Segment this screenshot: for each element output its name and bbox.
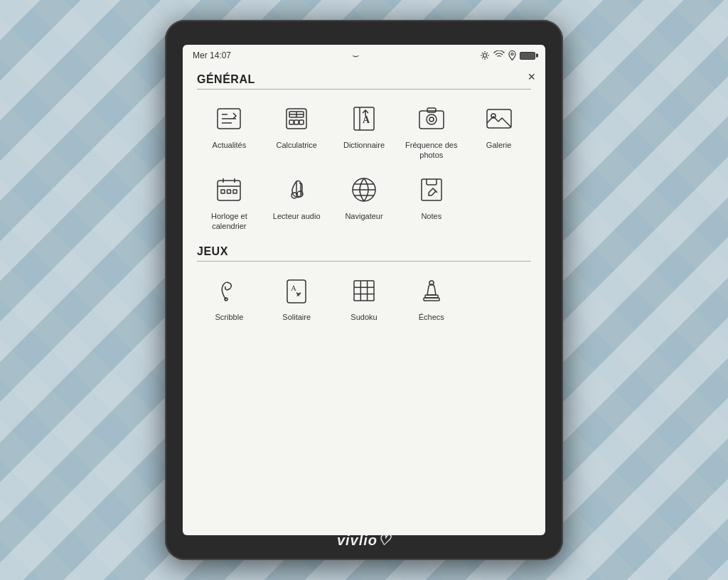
device: Mer 14:07 ⌣ (165, 20, 563, 560)
horloge-label: Horloge et calendrier (198, 211, 260, 232)
navigateur-label: Navigateur (345, 211, 382, 221)
lecteur-audio-label: Lecteur audio (273, 211, 321, 221)
games-grid: Scribble A Solitaire (197, 270, 531, 325)
actualites-label: Actualités (213, 140, 247, 150)
svg-rect-5 (289, 120, 294, 124)
app-calculatrice[interactable]: Calculatrice (264, 98, 329, 163)
scribble-icon (211, 273, 247, 308)
general-section-title: GÉNÉRAL (197, 73, 531, 86)
calculatrice-label: Calculatrice (276, 140, 316, 150)
svg-rect-34 (424, 298, 439, 301)
lecteur-audio-icon (279, 172, 314, 208)
status-icons (480, 50, 535, 60)
app-lecteur-audio[interactable]: Lecteur audio (264, 169, 329, 235)
center-icon: ⌣ (352, 49, 360, 62)
jeux-section-title: JEUX (197, 245, 531, 258)
navigateur-icon (346, 172, 382, 208)
app-navigateur[interactable]: Navigateur (332, 169, 397, 235)
battery-icon (520, 52, 535, 60)
svg-rect-6 (294, 120, 299, 124)
solitaire-icon: A (279, 273, 314, 308)
svg-rect-19 (233, 190, 237, 193)
app-scribble[interactable]: Scribble (197, 270, 262, 325)
app-frequence-photos[interactable]: Fréquence des photos (399, 98, 464, 163)
dictionnaire-label: Dictionnaire (343, 140, 385, 150)
svg-rect-18 (228, 190, 231, 193)
frequence-photos-label: Fréquence des photos (400, 140, 462, 161)
galerie-label: Galerie (486, 140, 511, 150)
screen: Mer 14:07 ⌣ (183, 45, 545, 535)
app-dictionnaire[interactable]: A Dictionnaire (332, 98, 397, 163)
svg-point-0 (483, 54, 487, 58)
svg-rect-17 (221, 190, 225, 193)
brand-label: vivlio♡ (337, 532, 391, 549)
app-actualites[interactable]: Actualités (197, 98, 262, 163)
app-galerie[interactable]: Galerie (466, 98, 531, 163)
svg-text:A: A (363, 114, 370, 125)
close-button[interactable]: × (528, 70, 535, 83)
svg-rect-7 (299, 120, 304, 124)
frequence-photos-icon (414, 101, 449, 136)
galerie-icon (481, 101, 517, 136)
general-divider (197, 89, 531, 90)
status-bar: Mer 14:07 ⌣ (183, 45, 545, 65)
svg-rect-25 (287, 280, 306, 303)
settings-icon (480, 50, 490, 60)
horloge-icon (211, 172, 247, 208)
notes-label: Notes (421, 211, 441, 221)
app-solitaire[interactable]: A Solitaire (264, 270, 329, 325)
app-echecs[interactable]: Échecs (399, 270, 464, 325)
svg-point-11 (427, 114, 437, 124)
actualites-icon (211, 101, 247, 136)
jeux-divider (197, 261, 531, 262)
dictionnaire-icon: A (346, 101, 382, 136)
svg-rect-27 (354, 281, 374, 301)
scribble-label: Scribble (215, 312, 244, 322)
content-area: × GÉNÉRAL Actualités (183, 65, 545, 535)
location-icon (508, 50, 516, 60)
notes-icon (414, 172, 449, 208)
app-notes[interactable]: Notes (399, 169, 464, 235)
svg-point-1 (511, 53, 513, 55)
svg-text:A: A (291, 284, 296, 292)
general-apps-grid: Actualités Calculatrice (197, 98, 531, 234)
svg-rect-13 (427, 108, 436, 112)
calculatrice-icon (279, 101, 314, 136)
echecs-label: Échecs (419, 312, 444, 322)
wifi-icon (493, 50, 505, 60)
app-sudoku[interactable]: Sudoku (332, 270, 397, 325)
svg-rect-10 (419, 111, 444, 129)
solitaire-label: Solitaire (282, 312, 311, 322)
echecs-icon (414, 273, 449, 308)
app-horloge[interactable]: Horloge et calendrier (197, 169, 262, 235)
svg-point-12 (429, 117, 434, 122)
sudoku-icon (346, 273, 382, 308)
sudoku-label: Sudoku (350, 312, 377, 322)
time-display: Mer 14:07 (193, 50, 231, 60)
